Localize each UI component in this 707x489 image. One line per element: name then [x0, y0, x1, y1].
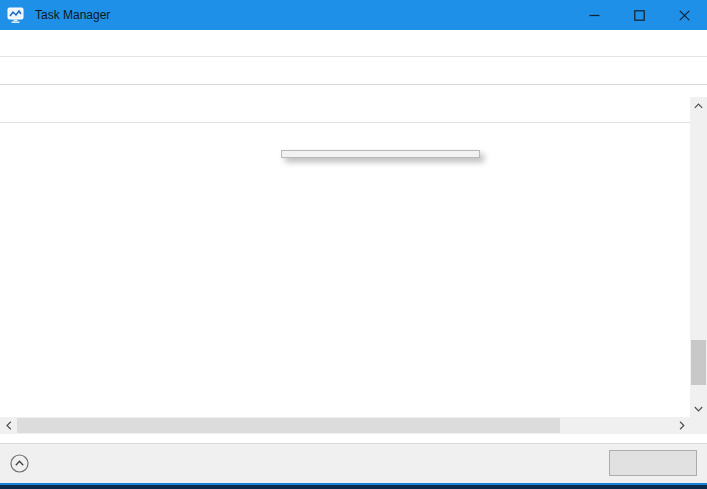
table-header: [0, 97, 690, 123]
window-title: Task Manager: [35, 8, 110, 22]
minimize-button[interactable]: [572, 0, 617, 30]
close-button[interactable]: [662, 0, 707, 30]
horizontal-scroll-thumb[interactable]: [17, 418, 560, 433]
vertical-scroll-thumb[interactable]: [691, 340, 706, 385]
horizontal-scrollbar[interactable]: [0, 417, 690, 434]
tab-strip: [0, 58, 707, 85]
details-table: [0, 97, 707, 434]
scrollbar-corner: [690, 417, 707, 434]
scroll-left-icon[interactable]: [0, 417, 17, 434]
caption-buttons: [572, 0, 707, 30]
end-task-button[interactable]: [609, 450, 697, 476]
column-separators: [0, 97, 690, 417]
scroll-up-icon[interactable]: [690, 97, 707, 114]
vertical-scrollbar[interactable]: [690, 97, 707, 417]
chevron-up-circle-icon: [10, 454, 29, 473]
task-manager-icon: [7, 6, 27, 24]
task-manager-window: Task Manager: [0, 0, 707, 489]
maximize-button[interactable]: [617, 0, 662, 30]
scroll-right-icon[interactable]: [673, 417, 690, 434]
menubar: [0, 30, 707, 57]
context-menu: [281, 150, 480, 158]
footer-bar: [0, 443, 707, 483]
desktop-strip: [0, 485, 707, 489]
scroll-down-icon[interactable]: [690, 400, 707, 417]
fewer-details-toggle[interactable]: [10, 454, 37, 473]
titlebar[interactable]: Task Manager: [0, 0, 707, 30]
